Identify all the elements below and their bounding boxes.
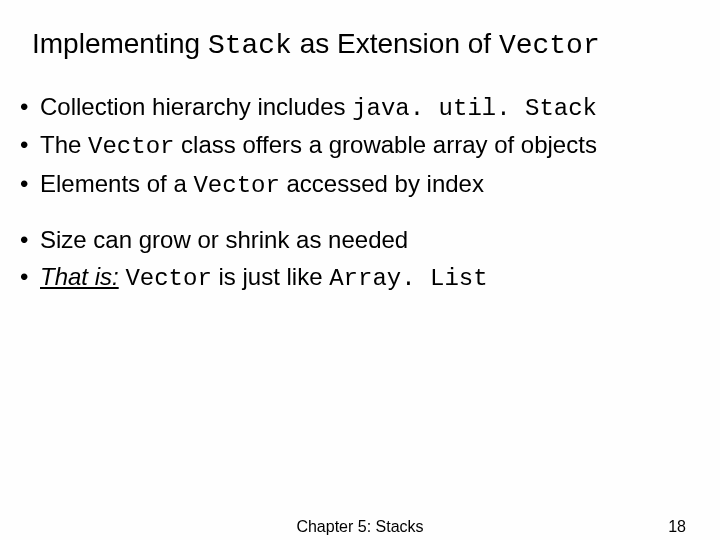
bullet-dot: • bbox=[18, 224, 40, 256]
bullet-dot: • bbox=[18, 91, 40, 125]
bullet-dot: • bbox=[18, 129, 40, 163]
emphasis-lead: That is: bbox=[40, 263, 119, 290]
page-title: Implementing Stack as Extension of Vecto… bbox=[18, 28, 702, 61]
bullet-list: • Collection hierarchy includes java. ut… bbox=[18, 91, 702, 299]
bullet-text: Size can grow or shrink as needed bbox=[40, 224, 702, 256]
title-code-vector: Vector bbox=[499, 30, 600, 61]
bullet-dot: • bbox=[18, 261, 40, 295]
title-code-stack: Stack bbox=[208, 30, 292, 61]
bullet-text: Collection hierarchy includes java. util… bbox=[40, 91, 702, 125]
slide: Implementing Stack as Extension of Vecto… bbox=[0, 0, 720, 540]
list-item: • Size can grow or shrink as needed bbox=[18, 224, 702, 256]
list-item: • Collection hierarchy includes java. ut… bbox=[18, 91, 702, 125]
bullet-text: The Vector class offers a growable array… bbox=[40, 129, 702, 163]
list-item: • The Vector class offers a growable arr… bbox=[18, 129, 702, 163]
bullet-dot: • bbox=[18, 168, 40, 202]
footer-page-number: 18 bbox=[668, 518, 686, 536]
title-pre: Implementing bbox=[32, 28, 208, 59]
bullet-text: Elements of a Vector accessed by index bbox=[40, 168, 702, 202]
bullet-text: That is: Vector is just like Array. List bbox=[40, 261, 702, 295]
title-mid: as Extension of bbox=[292, 28, 499, 59]
list-item: • That is: Vector is just like Array. Li… bbox=[18, 261, 702, 295]
footer-chapter: Chapter 5: Stacks bbox=[296, 518, 423, 536]
list-item: • Elements of a Vector accessed by index bbox=[18, 168, 702, 202]
